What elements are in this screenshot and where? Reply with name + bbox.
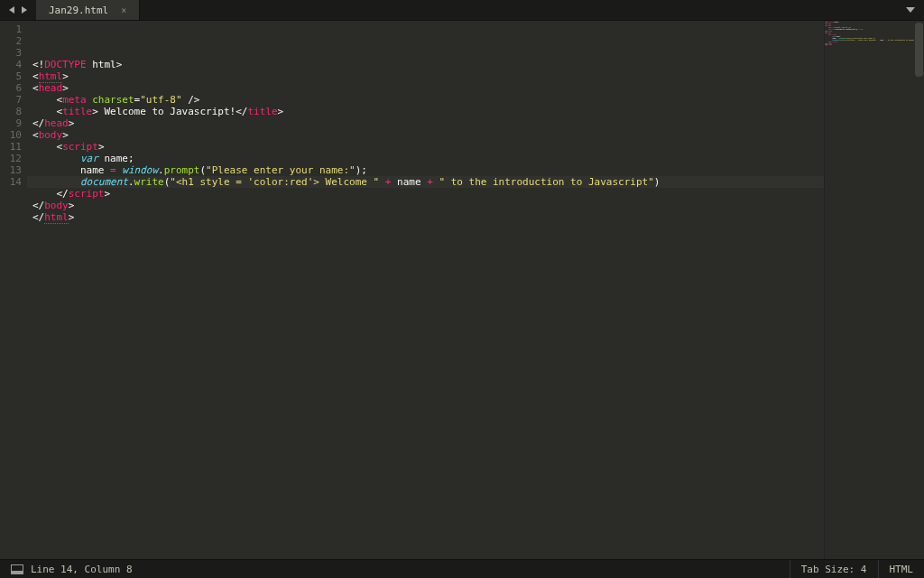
code-line[interactable]: </head> — [32, 117, 824, 129]
code-line[interactable]: </html> — [826, 44, 920, 46]
status-cursor: Line 14, Column 8 — [31, 564, 133, 575]
code-line[interactable]: var name; — [32, 153, 824, 164]
code-line[interactable]: <head> — [32, 82, 824, 94]
line-number: 2 — [0, 35, 22, 47]
line-number: 13 — [0, 164, 22, 176]
tab-bar: Jan29.html × — [0, 0, 924, 21]
vertical-scrollbar[interactable] — [914, 21, 924, 559]
editor-area[interactable]: 1234567891011121314 <!DOCTYPE html><html… — [0, 21, 924, 559]
line-number: 1 — [0, 23, 22, 35]
nav-forward-icon[interactable] — [22, 6, 27, 14]
code-line[interactable]: <title> Welcome to Javascript!</title> — [32, 106, 824, 117]
status-syntax[interactable]: HTML — [879, 560, 925, 578]
code-line[interactable]: document.write("<h1 style = 'color:red'>… — [826, 39, 920, 41]
line-number: 11 — [0, 141, 22, 153]
line-number: 9 — [0, 117, 22, 129]
tabbar-spacer — [140, 0, 897, 20]
line-number: 8 — [0, 106, 22, 117]
status-bar: Line 14, Column 8 Tab Size: 4 HTML — [0, 559, 924, 578]
minimap[interactable]: <!DOCTYPE html><html><head> <meta charse… — [824, 21, 924, 559]
line-number: 12 — [0, 153, 22, 164]
code-line[interactable]: </script> — [32, 188, 824, 200]
code-line[interactable]: </html> — [32, 211, 824, 223]
code-line[interactable]: name = window.prompt("Please enter your … — [32, 164, 824, 176]
code-line[interactable]: <body> — [32, 129, 824, 141]
status-syntax-label: HTML — [890, 564, 914, 575]
tab-title: Jan29.html — [49, 5, 108, 16]
nav-back-icon[interactable] — [9, 6, 14, 14]
panel-toggle[interactable]: Line 14, Column 8 — [0, 560, 143, 578]
code-line[interactable]: document.write("<h1 style = 'color:red'>… — [32, 176, 824, 188]
line-number: 5 — [0, 70, 22, 82]
code-view[interactable]: <!DOCTYPE html><html><head> <meta charse… — [27, 21, 824, 559]
minimap-content: <!DOCTYPE html><html><head> <meta charse… — [825, 21, 920, 47]
line-number: 3 — [0, 47, 22, 59]
editor-app: Jan29.html × 1234567891011121314 <!DOCTY… — [0, 0, 924, 578]
status-tabsize-label: Tab Size: 4 — [801, 564, 867, 575]
line-number: 14 — [0, 176, 22, 188]
tab-nav — [0, 0, 36, 20]
line-gutter: 1234567891011121314 — [0, 21, 27, 559]
line-number: 4 — [0, 59, 22, 70]
chevron-down-icon — [906, 7, 915, 13]
line-number: 10 — [0, 129, 22, 141]
scrollbar-thumb[interactable] — [915, 23, 923, 77]
code-line[interactable]: <script> — [32, 141, 824, 153]
tab-overflow-button[interactable] — [897, 0, 924, 20]
line-number: 7 — [0, 94, 22, 106]
tab-active[interactable]: Jan29.html × — [36, 0, 140, 20]
close-icon[interactable]: × — [121, 5, 126, 15]
code-line[interactable]: <meta charset="utf-8" /> — [32, 94, 824, 106]
code-line[interactable]: </body> — [32, 200, 824, 211]
code-line[interactable]: <!DOCTYPE html> — [32, 59, 824, 70]
panel-icon — [11, 564, 23, 574]
line-number: 6 — [0, 82, 22, 94]
code-line[interactable]: <html> — [32, 70, 824, 82]
status-tabsize[interactable]: Tab Size: 4 — [790, 560, 878, 578]
